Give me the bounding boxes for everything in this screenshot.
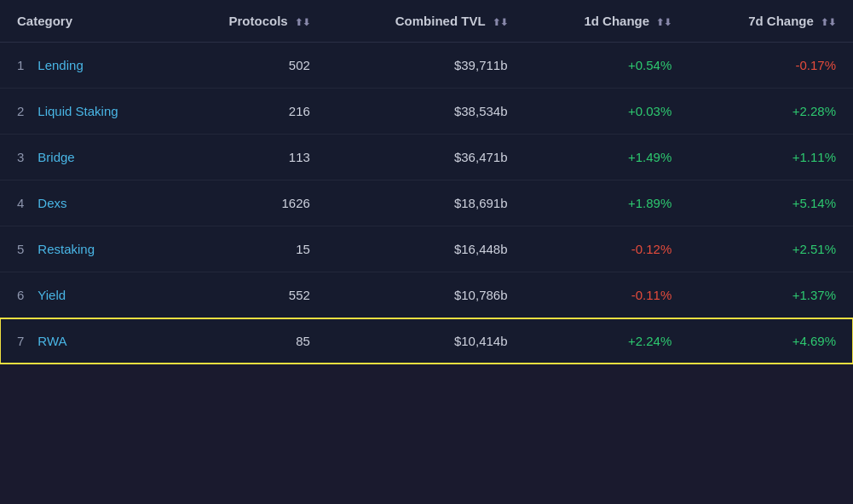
category-table: Category Protocols ⬆⬇ Combined TVL ⬆⬇ 1d… — [0, 0, 853, 364]
table-row: 4 Dexs 1626 $18,691b +1.89% +5.14% — [0, 180, 853, 226]
row-change-1d: +1.49% — [525, 135, 689, 180]
header-category[interactable]: Category — [0, 0, 171, 43]
row-change-7d: +4.69% — [689, 318, 853, 364]
row-protocols: 216 — [171, 89, 327, 135]
row-tvl: $10,414b — [327, 318, 525, 364]
row-name[interactable]: Liquid Staking — [31, 89, 171, 135]
row-change-7d: +2.51% — [689, 226, 853, 272]
row-change-1d: -0.12% — [525, 226, 689, 272]
row-rank: 6 — [0, 272, 31, 318]
row-tvl: $36,471b — [327, 135, 525, 180]
row-name[interactable]: Yield — [31, 272, 171, 318]
row-protocols: 15 — [171, 226, 327, 272]
header-category-label: Category — [17, 14, 72, 28]
header-7d-label: 7d Change — [748, 14, 814, 28]
row-rank: 4 — [0, 180, 31, 226]
header-1d-label: 1d Change — [584, 14, 649, 28]
1d-sort-icon: ⬆⬇ — [656, 17, 671, 28]
row-name[interactable]: Dexs — [31, 180, 171, 226]
row-tvl: $16,448b — [327, 226, 525, 272]
row-change-1d: +2.24% — [525, 318, 689, 364]
row-protocols: 502 — [171, 43, 327, 89]
tvl-sort-icon: ⬆⬇ — [493, 17, 508, 28]
row-tvl: $39,711b — [327, 43, 525, 89]
table-row: 7 RWA 85 $10,414b +2.24% +4.69% — [0, 318, 853, 364]
7d-sort-icon: ⬆⬇ — [821, 17, 836, 28]
table-header-row: Category Protocols ⬆⬇ Combined TVL ⬆⬇ 1d… — [0, 0, 853, 43]
row-tvl: $38,534b — [327, 89, 525, 135]
header-tvl[interactable]: Combined TVL ⬆⬇ — [327, 0, 525, 43]
header-protocols[interactable]: Protocols ⬆⬇ — [171, 0, 327, 43]
header-tvl-label: Combined TVL — [395, 14, 486, 28]
row-name[interactable]: Lending — [31, 43, 171, 89]
row-tvl: $18,691b — [327, 180, 525, 226]
row-rank: 2 — [0, 89, 31, 135]
row-protocols: 113 — [171, 135, 327, 180]
header-1d-change[interactable]: 1d Change ⬆⬇ — [525, 0, 689, 43]
row-change-1d: +1.89% — [525, 180, 689, 226]
row-name[interactable]: Bridge — [31, 135, 171, 180]
table-row: 2 Liquid Staking 216 $38,534b +0.03% +2.… — [0, 89, 853, 135]
header-7d-change[interactable]: 7d Change ⬆⬇ — [689, 0, 853, 43]
row-change-1d: +0.54% — [525, 43, 689, 89]
row-tvl: $10,786b — [327, 272, 525, 318]
row-rank: 1 — [0, 43, 31, 89]
table-row: 1 Lending 502 $39,711b +0.54% -0.17% — [0, 43, 853, 89]
row-rank: 3 — [0, 135, 31, 180]
protocols-sort-icon: ⬆⬇ — [295, 17, 310, 28]
row-protocols: 552 — [171, 272, 327, 318]
row-change-7d: +2.28% — [689, 89, 853, 135]
row-name[interactable]: RWA — [31, 318, 171, 364]
row-change-7d: -0.17% — [689, 43, 853, 89]
row-rank: 7 — [0, 318, 31, 364]
row-name[interactable]: Restaking — [31, 226, 171, 272]
row-change-7d: +5.14% — [689, 180, 853, 226]
row-change-1d: -0.11% — [525, 272, 689, 318]
row-rank: 5 — [0, 226, 31, 272]
header-protocols-label: Protocols — [228, 14, 287, 28]
table-row: 3 Bridge 113 $36,471b +1.49% +1.11% — [0, 135, 853, 180]
row-change-1d: +0.03% — [525, 89, 689, 135]
row-protocols: 85 — [171, 318, 327, 364]
row-change-7d: +1.37% — [689, 272, 853, 318]
main-container: Category Protocols ⬆⬇ Combined TVL ⬆⬇ 1d… — [0, 0, 853, 364]
row-change-7d: +1.11% — [689, 135, 853, 180]
row-protocols: 1626 — [171, 180, 327, 226]
table-row: 5 Restaking 15 $16,448b -0.12% +2.51% — [0, 226, 853, 272]
table-row: 6 Yield 552 $10,786b -0.11% +1.37% — [0, 272, 853, 318]
